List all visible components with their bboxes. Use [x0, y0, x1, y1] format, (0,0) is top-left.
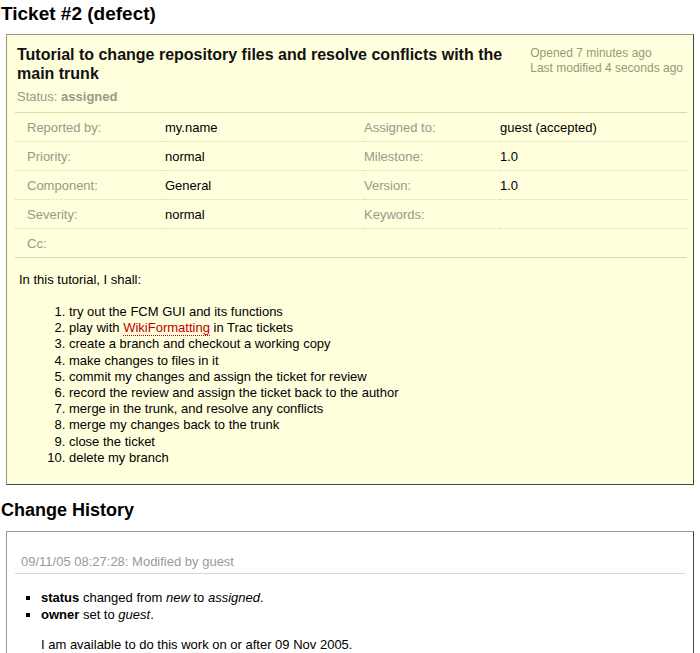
change-text: . — [150, 607, 154, 622]
change-comment: I am available to do this work on or aft… — [41, 637, 693, 652]
change-text: . — [260, 590, 264, 605]
list-item: commit my changes and assign the ticket … — [69, 369, 681, 385]
change-text: changed from — [79, 590, 166, 605]
list-item: close the ticket — [69, 434, 681, 450]
field-name: status — [41, 590, 79, 605]
new-value: assigned — [208, 590, 260, 605]
old-value: new — [166, 590, 190, 605]
list-item: create a branch and checkout a working c… — [69, 336, 681, 352]
ticket-box: Opened 7 minutes ago Last modified 4 sec… — [6, 34, 694, 485]
field-name: owner — [41, 607, 79, 622]
property-value-severity: normal — [165, 200, 364, 229]
list-item: record the review and assign the ticket … — [69, 385, 681, 401]
status-label: Status: — [17, 89, 57, 104]
ticket-properties-table: Reported by: my.name Assigned to: guest … — [15, 112, 687, 258]
status-value: assigned — [61, 89, 117, 104]
property-label-reported-by: Reported by: — [15, 113, 165, 142]
change-history-box: 09/11/05 08:27:28: Modified by guest sta… — [6, 531, 694, 653]
page-title: Ticket #2 (defect) — [1, 3, 700, 25]
ticket-status-line: Status: assigned — [17, 89, 693, 104]
new-value: guest — [118, 607, 150, 622]
list-item-text: play with — [69, 320, 123, 335]
list-item: delete my branch — [69, 450, 681, 466]
tutorial-list: try out the FCM GUI and its functions pl… — [19, 304, 681, 466]
property-value-reporter: my.name — [165, 113, 364, 142]
change-text: set to — [79, 607, 118, 622]
property-value-component: General — [165, 171, 364, 200]
table-row: Priority: normal Milestone: 1.0 — [15, 142, 687, 171]
ticket-date-info: Opened 7 minutes ago Last modified 4 sec… — [530, 46, 683, 76]
property-value-keywords — [500, 200, 687, 229]
property-label-keywords: Keywords: — [364, 200, 500, 229]
change-list: status changed from new to assigned. own… — [7, 590, 693, 623]
property-label-assigned-to: Assigned to: — [364, 113, 500, 142]
property-value-version: 1.0 — [500, 171, 687, 200]
list-item: play with WikiFormatting in Trac tickets — [69, 320, 681, 336]
property-value-priority: normal — [165, 142, 364, 171]
list-item-text: in Trac tickets — [210, 320, 293, 335]
list-item: try out the FCM GUI and its functions — [69, 304, 681, 320]
change-item-status: status changed from new to assigned. — [41, 590, 693, 607]
table-row: Cc: — [15, 229, 687, 258]
property-value-cc — [165, 229, 687, 258]
change-entry-date: 09/11/05 08:27:28: Modified by guest — [15, 552, 685, 574]
change-history-heading: Change History — [1, 500, 700, 521]
change-item-owner: owner set to guest. — [41, 607, 693, 624]
description-intro: In this tutorial, I shall: — [19, 272, 681, 287]
table-row: Severity: normal Keywords: — [15, 200, 687, 229]
property-label-version: Version: — [364, 171, 500, 200]
list-item: merge in the trunk, and resolve any conf… — [69, 401, 681, 417]
last-modified-text: Last modified 4 seconds ago — [530, 61, 683, 76]
list-item: make changes to files in it — [69, 353, 681, 369]
ticket-summary: Tutorial to change repository files and … — [17, 45, 545, 83]
wikiformatting-link[interactable]: WikiFormatting — [123, 320, 210, 336]
list-item: merge my changes back to the trunk — [69, 417, 681, 433]
property-value-owner: guest (accepted) — [500, 113, 687, 142]
table-row: Component: General Version: 1.0 — [15, 171, 687, 200]
property-label-cc: Cc: — [15, 229, 165, 258]
property-label-milestone: Milestone: — [364, 142, 500, 171]
property-label-component: Component: — [15, 171, 165, 200]
property-label-severity: Severity: — [15, 200, 165, 229]
table-row: Reported by: my.name Assigned to: guest … — [15, 113, 687, 142]
ticket-description: In this tutorial, I shall: try out the F… — [19, 272, 681, 466]
opened-ago-text: Opened 7 minutes ago — [530, 46, 683, 61]
property-label-priority: Priority: — [15, 142, 165, 171]
change-text: to — [190, 590, 208, 605]
property-value-milestone: 1.0 — [500, 142, 687, 171]
